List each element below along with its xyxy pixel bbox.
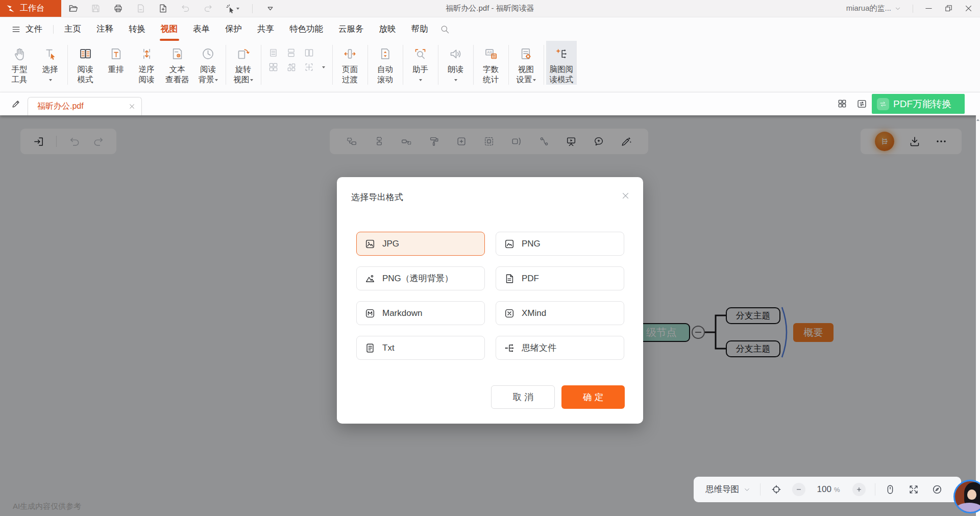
format-option-markdown[interactable]: Markdown xyxy=(356,301,485,325)
ribbon-separator xyxy=(332,45,333,85)
tab-close-icon[interactable] xyxy=(129,103,135,110)
ribbon-reverse-read[interactable]: 逆序阅读 xyxy=(131,41,162,85)
ribbon-rotate-view[interactable]: 旋转视图 xyxy=(228,41,259,85)
format-option-png[interactable]: PNG xyxy=(496,232,624,256)
dropdown-arrow-icon xyxy=(49,79,52,83)
confirm-button[interactable]: 确 定 xyxy=(561,385,625,409)
print-icon[interactable] xyxy=(113,4,123,13)
png-image-icon xyxy=(504,238,515,250)
menu-comment[interactable]: 注释 xyxy=(89,17,121,41)
open-file-icon[interactable] xyxy=(68,4,78,13)
format-option-png-transparent[interactable]: PNG（透明背景） xyxy=(356,266,485,290)
ribbon-page-transition[interactable]: 页面过渡 xyxy=(335,41,365,85)
pdf-document-icon xyxy=(504,273,515,284)
ai-disclaimer: AI生成内容仅供参考 xyxy=(13,502,81,511)
hamburger-menu-icon[interactable] xyxy=(11,24,21,34)
fullscreen-icon[interactable] xyxy=(908,484,919,495)
menu-protect[interactable]: 保护 xyxy=(217,17,250,41)
tab-grid-view-icon[interactable] xyxy=(837,99,847,109)
chevron-down-icon[interactable] xyxy=(743,486,751,494)
mindmap-mode-icon xyxy=(554,47,568,61)
page-layout-group xyxy=(263,41,330,72)
format-option-mind-file[interactable]: 思绪文件 xyxy=(496,336,624,360)
center-view-icon[interactable] xyxy=(771,484,782,495)
annotate-pencil-icon[interactable] xyxy=(11,99,21,109)
continuous-layout-icon[interactable] xyxy=(286,48,296,58)
ribbon-read-aloud[interactable]: 朗读 xyxy=(440,41,471,85)
ribbon-auto-scroll[interactable]: 自动滚动 xyxy=(370,41,401,85)
markdown-icon xyxy=(364,308,376,319)
close-button[interactable] xyxy=(964,4,973,13)
format-option-pdf[interactable]: PDF xyxy=(496,266,624,290)
menu-cloud[interactable]: 云服务 xyxy=(331,17,372,41)
cover-page-layout-icon[interactable] xyxy=(286,62,296,72)
customize-toolbar-icon[interactable] xyxy=(265,4,275,13)
vertical-scrollbar[interactable] xyxy=(976,115,980,516)
export-format-dialog: 选择导出格式 JPG PNG PNG（透明背景） PDF Markdown xyxy=(337,177,643,424)
menu-file[interactable]: 文件 xyxy=(21,17,50,41)
avatar-face xyxy=(967,489,976,500)
ribbon-view-settings[interactable]: 视图设置 xyxy=(511,41,542,85)
view-mode-label[interactable]: 思维导图 xyxy=(705,484,739,495)
ribbon-reflow[interactable]: 重排 xyxy=(101,41,131,85)
toolbar-separator xyxy=(252,4,253,13)
click-hand-icon xyxy=(226,4,235,13)
undo-icon[interactable] xyxy=(181,4,190,13)
ribbon-select[interactable]: 选择 xyxy=(35,41,65,85)
single-page-layout-icon[interactable] xyxy=(268,48,278,58)
zoom-out-button[interactable] xyxy=(792,483,805,496)
ribbon-word-count[interactable]: AB 字数统计 xyxy=(476,41,506,85)
hand-select-tool[interactable] xyxy=(226,4,239,13)
ribbon-mindmap-read-mode[interactable]: 脑图阅读模式 xyxy=(546,41,577,85)
ribbon-separator xyxy=(226,45,226,85)
save-icon[interactable] xyxy=(91,4,101,13)
rotate-view-icon xyxy=(236,47,250,61)
minimize-button[interactable] xyxy=(924,4,933,13)
ribbon-text-viewer[interactable]: 文本查看器 xyxy=(162,41,193,85)
ribbon-toolbar: 手型工具 选择 阅读模式 重排 逆序阅读 文本查看器 阅读背景 旋转视图 xyxy=(0,41,980,92)
restore-button[interactable] xyxy=(944,4,953,13)
format-options-grid: JPG PNG PNG（透明背景） PDF Markdown XMind xyxy=(356,232,624,360)
facing-continuous-layout-icon[interactable] xyxy=(268,62,278,72)
split-view-icon[interactable] xyxy=(304,62,314,72)
ribbon-read-mode[interactable]: 阅读模式 xyxy=(70,41,101,85)
select-tool-icon xyxy=(43,47,57,61)
scroll-up-arrow-icon[interactable] xyxy=(976,117,979,121)
menu-bar: 文件 主页 注释 转换 视图 表单 保护 共享 特色功能 云服务 放映 帮助 xyxy=(0,17,980,41)
ribbon-separator xyxy=(544,45,544,85)
page-plus-icon[interactable] xyxy=(158,4,168,13)
workbench-button[interactable]: 工作台 xyxy=(0,0,61,17)
document-tab[interactable]: 福昕办公.pdf xyxy=(28,97,142,115)
page-minus-icon[interactable] xyxy=(136,4,145,13)
pdf-convert-button[interactable]: PDF万能转换 xyxy=(872,94,965,114)
menu-form[interactable]: 表单 xyxy=(185,17,217,41)
cancel-button[interactable]: 取 消 xyxy=(491,385,555,409)
format-option-jpg[interactable]: JPG xyxy=(356,232,485,256)
menu-home[interactable]: 主页 xyxy=(57,17,89,41)
reading-view-icon[interactable] xyxy=(856,99,867,109)
menu-help[interactable]: 帮助 xyxy=(404,17,436,41)
account-menu[interactable]: miarua的监... xyxy=(846,4,901,13)
format-option-xmind[interactable]: XMind xyxy=(496,301,624,325)
menu-present[interactable]: 放映 xyxy=(372,17,404,41)
menu-features[interactable]: 特色功能 xyxy=(282,17,331,41)
facing-layout-icon[interactable] xyxy=(304,48,314,58)
mouse-mode-icon[interactable] xyxy=(885,484,896,495)
ribbon-separator xyxy=(261,45,261,85)
ribbon-assistant[interactable]: 助手 xyxy=(405,41,436,85)
menu-convert[interactable]: 转换 xyxy=(121,17,153,41)
search-icon[interactable] xyxy=(440,24,450,34)
dropdown-arrow-icon[interactable] xyxy=(322,66,325,70)
menu-share[interactable]: 共享 xyxy=(250,17,282,41)
zoom-in-button[interactable] xyxy=(852,483,866,496)
dropdown-arrow-icon xyxy=(419,79,422,83)
ribbon-read-background[interactable]: 阅读背景 xyxy=(193,41,224,85)
auto-scroll-icon xyxy=(378,47,392,61)
redo-icon[interactable] xyxy=(203,4,213,13)
menu-view[interactable]: 视图 xyxy=(153,17,185,41)
dialog-close-icon[interactable] xyxy=(621,191,630,200)
compass-icon[interactable] xyxy=(932,484,943,495)
format-option-txt[interactable]: Txt xyxy=(356,336,485,360)
ribbon-hand-tool[interactable]: 手型工具 xyxy=(4,41,35,85)
separator xyxy=(875,483,875,496)
